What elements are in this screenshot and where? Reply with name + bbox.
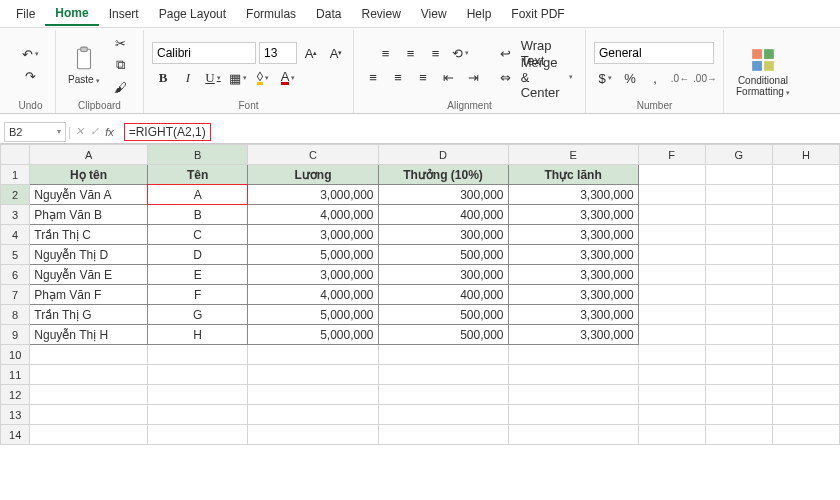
enter-formula-button[interactable]: ✓ (90, 125, 99, 138)
cell-F13[interactable] (638, 405, 705, 425)
cell-E1[interactable]: Thực lãnh (508, 165, 638, 185)
cell-H10[interactable] (772, 345, 839, 365)
row-header-7[interactable]: 7 (1, 285, 30, 305)
row-header-9[interactable]: 9 (1, 325, 30, 345)
cell-B8[interactable]: G (147, 305, 248, 325)
orientation-button[interactable]: ⟲ (450, 43, 472, 63)
comma-format-button[interactable]: , (644, 68, 666, 88)
cell-A13[interactable] (30, 405, 147, 425)
align-top-button[interactable]: ≡ (375, 43, 397, 63)
cell-E11[interactable] (508, 365, 638, 385)
cell-D10[interactable] (378, 345, 508, 365)
cell-C4[interactable]: 3,000,000 (248, 225, 378, 245)
cell-G13[interactable] (705, 405, 772, 425)
cell-E9[interactable]: 3,300,000 (508, 325, 638, 345)
cell-C1[interactable]: Lương (248, 165, 378, 185)
accounting-format-button[interactable]: $ (594, 68, 616, 88)
font-name-select[interactable] (152, 42, 256, 64)
paste-button[interactable]: Paste (64, 44, 104, 87)
cell-B1[interactable]: Tên (147, 165, 248, 185)
cell-G4[interactable] (705, 225, 772, 245)
cell-H8[interactable] (772, 305, 839, 325)
cell-C11[interactable] (248, 365, 378, 385)
row-header-12[interactable]: 12 (1, 385, 30, 405)
row-header-2[interactable]: 2 (1, 185, 30, 205)
cell-B3[interactable]: B (147, 205, 248, 225)
cell-A7[interactable]: Phạm Văn F (30, 285, 147, 305)
cell-D11[interactable] (378, 365, 508, 385)
menu-insert[interactable]: Insert (99, 3, 149, 25)
cell-C9[interactable]: 5,000,000 (248, 325, 378, 345)
cell-E4[interactable]: 3,300,000 (508, 225, 638, 245)
cell-E6[interactable]: 3,300,000 (508, 265, 638, 285)
col-header-C[interactable]: C (248, 145, 378, 165)
cell-F10[interactable] (638, 345, 705, 365)
col-header-D[interactable]: D (378, 145, 508, 165)
cell-D6[interactable]: 300,000 (378, 265, 508, 285)
cell-G11[interactable] (705, 365, 772, 385)
cell-D2[interactable]: 300,000 (378, 185, 508, 205)
cell-E8[interactable]: 3,300,000 (508, 305, 638, 325)
select-all-corner[interactable] (1, 145, 30, 165)
cut-button[interactable]: ✂ (110, 33, 132, 53)
cell-H12[interactable] (772, 385, 839, 405)
cell-F8[interactable] (638, 305, 705, 325)
menu-review[interactable]: Review (351, 3, 410, 25)
row-header-5[interactable]: 5 (1, 245, 30, 265)
menu-file[interactable]: File (6, 3, 45, 25)
menu-view[interactable]: View (411, 3, 457, 25)
formula-input[interactable]: =RIGHT(A2,1) (120, 122, 836, 142)
row-header-1[interactable]: 1 (1, 165, 30, 185)
cell-A8[interactable]: Trần Thị G (30, 305, 147, 325)
menu-help[interactable]: Help (457, 3, 502, 25)
font-color-button[interactable]: A (277, 68, 299, 88)
cell-H1[interactable] (772, 165, 839, 185)
cell-E7[interactable]: 3,300,000 (508, 285, 638, 305)
cell-H11[interactable] (772, 365, 839, 385)
cell-G3[interactable] (705, 205, 772, 225)
cell-H5[interactable] (772, 245, 839, 265)
cell-A11[interactable] (30, 365, 147, 385)
cell-B10[interactable] (147, 345, 248, 365)
insert-function-button[interactable]: fx (105, 126, 114, 138)
cell-C8[interactable]: 5,000,000 (248, 305, 378, 325)
cell-B4[interactable]: C (147, 225, 248, 245)
fill-color-button[interactable]: ◊ (252, 68, 274, 88)
col-header-A[interactable]: A (30, 145, 147, 165)
align-center-button[interactable]: ≡ (387, 67, 409, 87)
row-header-14[interactable]: 14 (1, 425, 30, 445)
row-header-3[interactable]: 3 (1, 205, 30, 225)
border-button[interactable]: ▦ (227, 68, 249, 88)
align-middle-button[interactable]: ≡ (400, 43, 422, 63)
cell-H9[interactable] (772, 325, 839, 345)
name-box[interactable]: B2▾ (4, 122, 66, 142)
cell-E12[interactable] (508, 385, 638, 405)
align-left-button[interactable]: ≡ (362, 67, 384, 87)
col-header-F[interactable]: F (638, 145, 705, 165)
cell-C7[interactable]: 4,000,000 (248, 285, 378, 305)
row-header-6[interactable]: 6 (1, 265, 30, 285)
cell-D4[interactable]: 300,000 (378, 225, 508, 245)
italic-button[interactable]: I (177, 68, 199, 88)
cell-F5[interactable] (638, 245, 705, 265)
bold-button[interactable]: B (152, 68, 174, 88)
undo-button[interactable]: ↶ (20, 44, 42, 64)
col-header-G[interactable]: G (705, 145, 772, 165)
cell-B6[interactable]: E (147, 265, 248, 285)
cell-A1[interactable]: Họ tên (30, 165, 147, 185)
cell-F3[interactable] (638, 205, 705, 225)
cell-F2[interactable] (638, 185, 705, 205)
cell-B12[interactable] (147, 385, 248, 405)
cell-H13[interactable] (772, 405, 839, 425)
cell-G12[interactable] (705, 385, 772, 405)
decrease-decimal-button[interactable]: .00→ (694, 68, 716, 88)
redo-button[interactable]: ↷ (20, 66, 42, 86)
cell-B13[interactable] (147, 405, 248, 425)
cell-A10[interactable] (30, 345, 147, 365)
font-size-select[interactable] (259, 42, 297, 64)
cell-E3[interactable]: 3,300,000 (508, 205, 638, 225)
cell-F9[interactable] (638, 325, 705, 345)
cell-D1[interactable]: Thưởng (10%) (378, 165, 508, 185)
row-header-8[interactable]: 8 (1, 305, 30, 325)
row-header-4[interactable]: 4 (1, 225, 30, 245)
